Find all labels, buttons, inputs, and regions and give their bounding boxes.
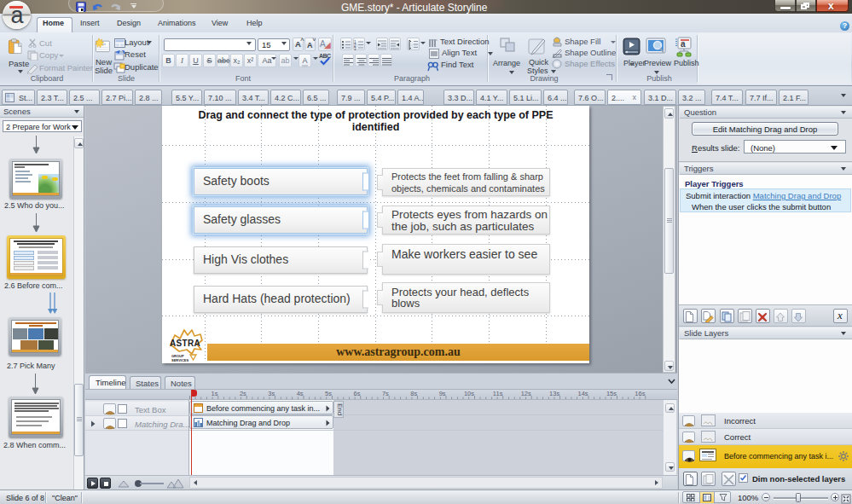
svg-text:1s: 1s — [211, 390, 217, 397]
svg-text:ASTRA: ASTRA — [170, 339, 200, 348]
svg-text:13s: 13s — [549, 390, 559, 397]
svg-text:SERVICES: SERVICES — [171, 358, 188, 362]
svg-text:14s: 14s — [578, 390, 588, 397]
svg-text:9s: 9s — [439, 390, 446, 397]
svg-text:8s: 8s — [410, 390, 417, 397]
svg-text:6s: 6s — [353, 390, 360, 397]
svg-text:15s: 15s — [606, 390, 617, 397]
svg-text:7s: 7s — [382, 390, 389, 397]
svg-text:10s: 10s — [464, 390, 474, 397]
svg-text:a: a — [681, 39, 686, 49]
svg-text:5s: 5s — [325, 390, 332, 397]
svg-text:3: 3 — [354, 47, 356, 51]
svg-text:2s: 2s — [240, 390, 246, 397]
svg-text:4s: 4s — [297, 390, 304, 397]
svg-text:16s: 16s — [635, 390, 645, 397]
svg-text:3s: 3s — [268, 390, 275, 397]
svg-text:12s: 12s — [521, 390, 531, 397]
svg-text:11s: 11s — [493, 390, 503, 397]
